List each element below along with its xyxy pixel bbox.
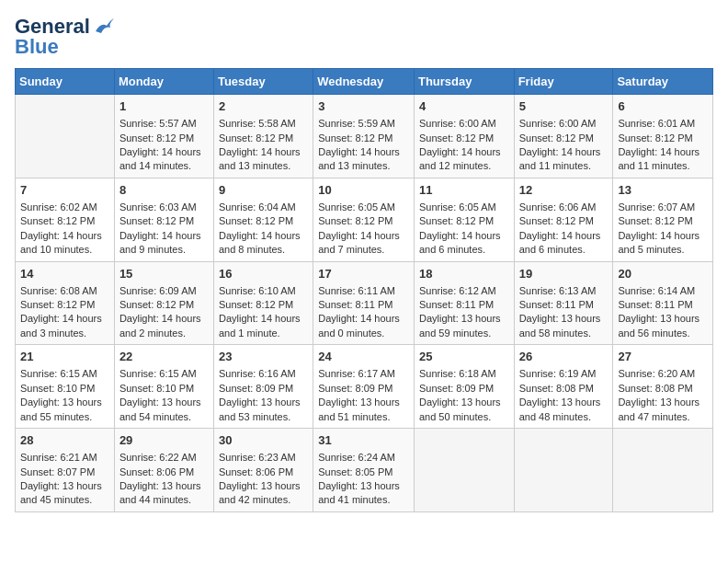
day-info: Sunset: 8:12 PM (219, 214, 308, 228)
day-info: and 50 minutes. (419, 410, 509, 424)
day-info: Sunrise: 6:08 AM (20, 284, 109, 298)
day-number: 16 (219, 266, 308, 282)
day-info: Sunset: 8:12 PM (519, 132, 609, 145)
weekday-header-row: SundayMondayTuesdayWednesdayThursdayFrid… (16, 69, 713, 95)
day-info: Sunrise: 6:05 AM (318, 201, 409, 214)
day-info: Sunrise: 6:01 AM (618, 117, 708, 131)
day-number: 2 (219, 98, 308, 115)
day-number: 26 (519, 349, 609, 365)
day-number: 15 (119, 266, 209, 282)
calendar-cell: 23Sunrise: 6:16 AMSunset: 8:09 PMDayligh… (213, 345, 313, 429)
day-info: Daylight: 14 hours (519, 229, 609, 243)
day-number: 10 (318, 182, 409, 199)
day-info: Daylight: 14 hours (219, 145, 308, 159)
calendar-cell: 20Sunrise: 6:14 AMSunset: 8:11 PMDayligh… (613, 261, 713, 345)
day-info: Sunrise: 6:23 AM (219, 451, 308, 465)
day-info: Sunset: 8:12 PM (20, 214, 109, 228)
day-number: 25 (419, 349, 509, 365)
calendar-cell: 31Sunrise: 6:24 AMSunset: 8:05 PMDayligh… (313, 429, 415, 512)
weekday-header-thursday: Thursday (414, 69, 514, 95)
day-info: Sunset: 8:05 PM (318, 465, 409, 479)
day-info: Daylight: 14 hours (219, 312, 308, 326)
day-info: Sunrise: 6:11 AM (318, 284, 409, 298)
day-info: Daylight: 13 hours (519, 396, 609, 409)
weekday-header-sunday: Sunday (16, 69, 115, 95)
day-info: Sunrise: 6:06 AM (519, 201, 609, 214)
day-info: and 12 minutes. (419, 159, 509, 173)
day-info: Daylight: 13 hours (119, 479, 209, 493)
calendar-cell (414, 429, 514, 512)
day-info: Daylight: 14 hours (20, 229, 109, 243)
day-info: Sunrise: 6:18 AM (419, 367, 509, 381)
day-info: Sunset: 8:07 PM (20, 465, 109, 479)
day-info: Sunrise: 6:07 AM (618, 201, 708, 214)
day-info: Sunset: 8:12 PM (618, 132, 708, 145)
day-info: Daylight: 13 hours (20, 396, 109, 409)
day-number: 8 (119, 182, 209, 199)
day-number: 3 (318, 98, 409, 115)
day-info: Sunrise: 6:00 AM (419, 117, 509, 131)
day-info: Sunset: 8:09 PM (318, 382, 409, 396)
day-info: and 42 minutes. (219, 493, 308, 507)
day-info: Sunset: 8:08 PM (618, 382, 708, 396)
day-info: Daylight: 14 hours (318, 229, 409, 243)
calendar-cell: 19Sunrise: 6:13 AMSunset: 8:11 PMDayligh… (514, 261, 613, 345)
page-container: General Blue SundayMondayTuesdayWednesda… (15, 15, 713, 512)
day-info: and 59 minutes. (419, 327, 509, 340)
day-info: Daylight: 14 hours (20, 312, 109, 326)
day-info: and 11 minutes. (618, 159, 708, 173)
day-info: Sunrise: 6:17 AM (318, 367, 409, 381)
day-number: 11 (419, 182, 509, 199)
calendar-cell: 16Sunrise: 6:10 AMSunset: 8:12 PMDayligh… (213, 261, 313, 345)
day-info: Daylight: 14 hours (419, 229, 509, 243)
calendar-cell: 28Sunrise: 6:21 AMSunset: 8:07 PMDayligh… (16, 429, 115, 512)
day-info: and 48 minutes. (519, 410, 609, 424)
day-info: Daylight: 14 hours (119, 312, 209, 326)
day-number: 18 (419, 266, 509, 282)
day-number: 17 (318, 266, 409, 282)
day-info: Sunset: 8:11 PM (318, 298, 409, 312)
day-info: Sunset: 8:12 PM (519, 214, 609, 228)
day-number: 6 (618, 98, 708, 115)
day-info: Daylight: 14 hours (618, 145, 708, 159)
day-info: and 7 minutes. (318, 243, 409, 257)
day-number: 22 (119, 349, 209, 365)
calendar-cell (613, 429, 713, 512)
day-info: and 6 minutes. (519, 243, 609, 257)
day-info: Sunrise: 5:59 AM (318, 117, 409, 131)
calendar-cell: 30Sunrise: 6:23 AMSunset: 8:06 PMDayligh… (213, 429, 313, 512)
weekday-header-tuesday: Tuesday (213, 69, 313, 95)
day-info: Daylight: 13 hours (618, 396, 708, 409)
weekday-header-monday: Monday (114, 69, 213, 95)
day-info: Daylight: 13 hours (519, 312, 609, 326)
day-info: Daylight: 13 hours (219, 479, 308, 493)
day-info: and 1 minute. (219, 327, 308, 340)
day-number: 31 (318, 432, 409, 449)
day-number: 28 (20, 432, 109, 449)
day-info: Sunrise: 5:57 AM (119, 117, 209, 131)
day-info: Daylight: 13 hours (219, 396, 308, 409)
day-number: 5 (519, 98, 609, 115)
calendar-cell: 1Sunrise: 5:57 AMSunset: 8:12 PMDaylight… (114, 95, 213, 178)
day-info: Sunset: 8:12 PM (219, 132, 308, 145)
day-number: 27 (618, 349, 708, 365)
calendar-cell: 29Sunrise: 6:22 AMSunset: 8:06 PMDayligh… (114, 429, 213, 512)
calendar-cell: 5Sunrise: 6:00 AMSunset: 8:12 PMDaylight… (514, 95, 613, 178)
day-info: and 54 minutes. (119, 410, 209, 424)
day-info: Sunrise: 6:10 AM (219, 284, 308, 298)
day-number: 13 (618, 182, 708, 199)
logo-bird-icon (94, 18, 114, 35)
day-info: Sunrise: 6:05 AM (419, 201, 509, 214)
calendar-cell: 22Sunrise: 6:15 AMSunset: 8:10 PMDayligh… (114, 345, 213, 429)
day-info: Daylight: 13 hours (20, 479, 109, 493)
day-number: 21 (20, 349, 109, 365)
day-info: Daylight: 13 hours (419, 312, 509, 326)
calendar-cell: 3Sunrise: 5:59 AMSunset: 8:12 PMDaylight… (313, 95, 415, 178)
day-info: Sunset: 8:11 PM (519, 298, 609, 312)
day-info: Sunset: 8:10 PM (20, 382, 109, 396)
day-info: and 53 minutes. (219, 410, 308, 424)
day-info: and 8 minutes. (219, 243, 308, 257)
calendar-cell: 2Sunrise: 5:58 AMSunset: 8:12 PMDaylight… (213, 95, 313, 178)
day-number: 24 (318, 349, 409, 365)
day-info: Sunset: 8:12 PM (119, 214, 209, 228)
